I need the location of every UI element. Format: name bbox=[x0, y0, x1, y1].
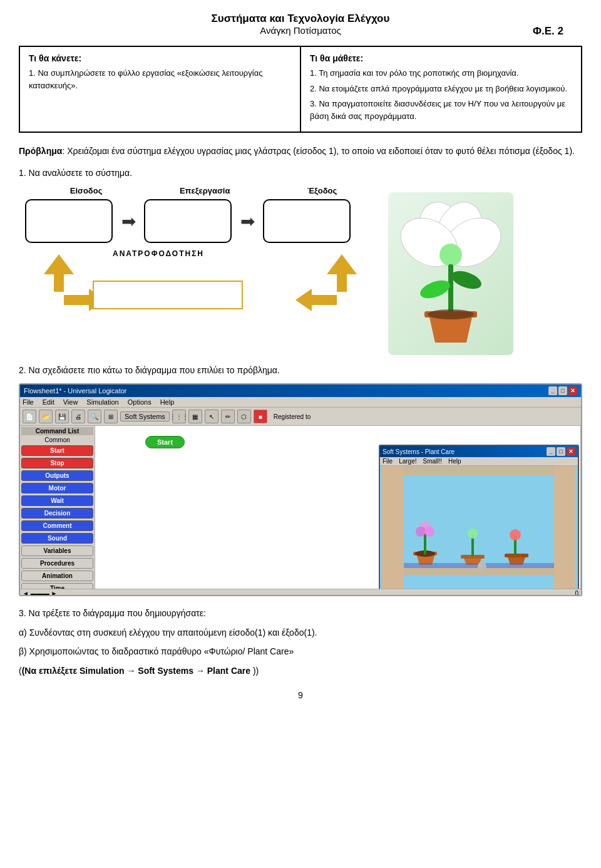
pc-maximize[interactable]: □ bbox=[557, 447, 565, 456]
tool-arrow[interactable]: ↖ bbox=[205, 410, 218, 423]
info-col-right: Τι θα μάθετε: 1. Τη σημασία και τον ρόλο… bbox=[300, 47, 581, 132]
maximize-btn[interactable]: □ bbox=[558, 386, 567, 395]
input-box bbox=[25, 199, 113, 243]
diagram-labels: Είσοδος Επεξεργασία Έξοδος bbox=[19, 186, 376, 195]
task3b-close: ) bbox=[253, 666, 256, 676]
task3b: β) Χρησιμοποιώντας το διαδραστικό παράθυ… bbox=[19, 644, 582, 658]
tool-grid[interactable]: ⊞ bbox=[104, 410, 118, 423]
info-right-item1: 1. Τη σημασία και τον ρόλο της ροποτικής… bbox=[310, 67, 572, 80]
canvas-start-btn[interactable]: Start bbox=[145, 436, 185, 448]
command-list-title: Command List bbox=[21, 427, 93, 435]
menu-help[interactable]: Help bbox=[160, 398, 175, 406]
flowsheet-main: Command List Common Start Stop Outputs M… bbox=[20, 426, 581, 589]
svg-point-4 bbox=[439, 244, 462, 266]
plant-care-win-btns: _ □ ✕ bbox=[547, 447, 575, 456]
info-right-item3: 3. Να πραγματοποιείτε διασυνδέσεις με το… bbox=[310, 98, 572, 122]
tool-print[interactable]: 🖨 bbox=[71, 410, 85, 423]
info-right-item2: 2. Να ετοιμάζετε απλά προγράμματα ελέγχο… bbox=[310, 83, 572, 95]
svg-point-7 bbox=[449, 268, 483, 293]
pc-minimize[interactable]: _ bbox=[547, 447, 555, 456]
menu-view[interactable]: View bbox=[63, 398, 78, 406]
menu-file[interactable]: File bbox=[23, 398, 34, 406]
arrow-to-output: ➡ bbox=[232, 212, 263, 230]
tool-shape[interactable]: ⬡ bbox=[237, 410, 251, 423]
cmd-start-btn[interactable]: Start bbox=[21, 445, 93, 456]
task3-line0: Να τρέξετε το διάγραμμα που δημιουργήσατ… bbox=[29, 608, 206, 618]
plant-care-titlebar: Soft Systems - Plant Care _ □ ✕ bbox=[380, 446, 578, 457]
cmd-time-btn[interactable]: Time bbox=[21, 583, 93, 589]
feedback-stem-left bbox=[54, 274, 64, 292]
cmd-outputs-btn[interactable]: Outputs bbox=[21, 470, 93, 481]
tool-save[interactable]: 💾 bbox=[55, 410, 69, 423]
cmd-variables-btn[interactable]: Variables bbox=[21, 545, 93, 556]
label-eisodos: Είσοδος bbox=[70, 186, 103, 195]
task3-section: 3. Να τρέξετε το διάγραμμα που δημιουργή… bbox=[19, 606, 582, 678]
problem-label: Πρόβλημα bbox=[19, 146, 62, 156]
info-col-left: Τι θα κάνετε: 1. Να συμπληρώσετε το φύλλ… bbox=[20, 47, 300, 132]
pc-menu-file[interactable]: File bbox=[383, 458, 393, 465]
svg-point-28 bbox=[478, 562, 486, 571]
cmd-motor-btn[interactable]: Motor bbox=[21, 483, 93, 493]
plant-care-title: Soft Systems - Plant Care bbox=[383, 448, 455, 455]
tool-open[interactable]: 📂 bbox=[39, 410, 53, 423]
close-btn[interactable]: ✕ bbox=[568, 386, 577, 395]
flowsheet-toolbar: 📄 📂 💾 🖨 🔍 ⊞ Soft Systems ⋮⋮⋮ ▦ ↖ ✏ ⬡ ■ R… bbox=[20, 408, 581, 426]
tool-new[interactable]: 📄 bbox=[23, 410, 36, 423]
task3-intro: 3. Να τρέξετε το διάγραμμα που δημιουργή… bbox=[19, 606, 582, 620]
cmd-decision-btn[interactable]: Decision bbox=[21, 508, 93, 519]
page-title: Συστήματα και Τεχνολογία Ελέγχου bbox=[19, 13, 582, 25]
soft-systems-selector[interactable]: Soft Systems bbox=[120, 411, 170, 421]
command-list-sidebar: Command List Common Start Stop Outputs M… bbox=[20, 426, 95, 589]
label-exodos: Έξοδος bbox=[307, 186, 337, 195]
menu-edit[interactable]: Edit bbox=[43, 398, 54, 406]
task3b-arrow-chain: Simulation → Soft Systems → Plant Care bbox=[80, 666, 250, 676]
menu-options[interactable]: Options bbox=[128, 398, 152, 406]
cmd-procedures-btn[interactable]: Procedures bbox=[21, 558, 93, 569]
cmd-wait-btn[interactable]: Wait bbox=[21, 495, 93, 506]
feedback-stem-right bbox=[337, 274, 347, 292]
cmd-comment-btn[interactable]: Comment bbox=[21, 520, 93, 531]
cmd-sound-btn[interactable]: Sound bbox=[21, 533, 93, 544]
task3-line1: α) Συνδέοντας στη συσκευή ελέγχου την απ… bbox=[19, 626, 582, 639]
plant-care-menubar: File Large! Small!! Help bbox=[380, 457, 578, 466]
flowsheet-titlebar: Flowsheet1* - Universal Logicator _ □ ✕ bbox=[20, 385, 581, 397]
svg-rect-11 bbox=[382, 466, 576, 475]
task1: 1. Να αναλύσετε το σύστημα. bbox=[19, 167, 582, 180]
plant-svg bbox=[394, 199, 507, 349]
page-subtitle: Ανάγκη Ποτίσματος bbox=[19, 25, 582, 36]
cmd-animation-btn[interactable]: Animation bbox=[21, 571, 93, 581]
arrow-to-process: ➡ bbox=[113, 212, 144, 230]
flowsheet-canvas[interactable]: Start Soft Systems - Plant Care _ □ ✕ Fi… bbox=[95, 426, 581, 589]
anotrophodotisi-label: ΑΝΑΤΡΟΦΟΔΟΤΗΣΗ bbox=[113, 249, 204, 258]
plant-care-canvas bbox=[380, 466, 578, 589]
svg-rect-13 bbox=[554, 466, 576, 589]
plant-care-window: Soft Systems - Plant Care _ □ ✕ File Lar… bbox=[379, 445, 579, 589]
feedback-stem-horiz-right bbox=[312, 295, 337, 305]
task3b-bold: (Να επιλέξετε bbox=[22, 666, 77, 676]
pc-menu-help[interactable]: Help bbox=[448, 458, 461, 465]
tool-stop[interactable]: ■ bbox=[254, 410, 267, 423]
menu-simulation[interactable]: Simulation bbox=[86, 398, 118, 406]
feedback-stem-horiz-left bbox=[64, 295, 89, 305]
pc-menu-large[interactable]: Large! bbox=[399, 458, 416, 465]
feedback-arrow-left bbox=[295, 289, 312, 311]
status-zero: 0 bbox=[575, 590, 578, 596]
minimize-btn[interactable]: _ bbox=[548, 386, 557, 395]
task2: 2. Να σχεδιάσετε πιο κάτω το διάγραμμα π… bbox=[19, 364, 582, 377]
cmd-stop-btn[interactable]: Stop bbox=[21, 458, 93, 468]
tool-blocks[interactable]: ▦ bbox=[188, 410, 202, 423]
diagram-section: Είσοδος Επεξεργασία Έξοδος ➡ ➡ ΑΝΑΤΡΟΦΟΔ… bbox=[19, 186, 376, 355]
svg-point-6 bbox=[418, 277, 452, 302]
task2-text: Να σχεδιάσετε πιο κάτω το διάγραμμα που … bbox=[29, 365, 280, 375]
tool-search[interactable]: 🔍 bbox=[88, 410, 101, 423]
pc-close[interactable]: ✕ bbox=[567, 447, 575, 456]
page-number: 9 bbox=[19, 690, 582, 700]
tool-dots[interactable]: ⋮⋮⋮ bbox=[172, 410, 186, 423]
task2-num: 2. bbox=[19, 365, 26, 375]
pc-menu-small[interactable]: Small!! bbox=[423, 458, 442, 465]
problem-colon: : bbox=[62, 146, 64, 156]
tool-line[interactable]: ✏ bbox=[221, 410, 235, 423]
output-box bbox=[263, 199, 351, 243]
process-box bbox=[144, 199, 232, 243]
task1-num: 1. bbox=[19, 168, 26, 178]
